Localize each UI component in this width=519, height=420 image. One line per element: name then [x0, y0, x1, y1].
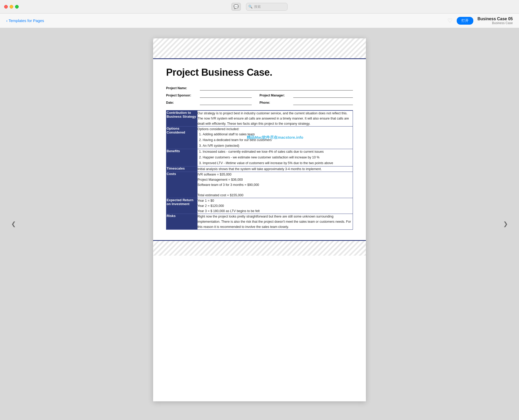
list-item: Adding additional staff to sales team	[203, 132, 353, 137]
toolbar-left: ‹ Templates for Pages	[6, 18, 44, 23]
back-button[interactable]: ‹ Templates for Pages	[6, 18, 44, 23]
row-content-options: Options considered included: Adding addi…	[197, 127, 353, 149]
row-header-options: Options Considered	[166, 127, 197, 149]
row-content-contribution: Our strategy is to project best in indus…	[197, 110, 353, 127]
template-title: Business Case 05	[477, 17, 513, 21]
back-label: Templates for Pages	[9, 18, 44, 23]
search-icon: 🔍	[248, 5, 252, 9]
favorite-icon[interactable]: ♡	[447, 17, 453, 24]
phone-label: Phone:	[260, 101, 291, 104]
main-area: ❮ Project Business Case. Project Name: P…	[0, 28, 519, 420]
open-button[interactable]: 打开	[457, 17, 473, 25]
chevron-left-icon: ‹	[6, 18, 8, 23]
table-row: Timescales Initial analysis shows that t…	[166, 166, 353, 172]
comment-icon: 💬	[234, 4, 239, 9]
chevron-right-icon: ❯	[503, 221, 508, 227]
project-name-label: Project Name:	[166, 86, 197, 90]
project-sponsor-row: Project Sponsor: Project Manager:	[166, 93, 353, 98]
titlebar-center: 💬 🔍 搜索	[231, 3, 288, 11]
table-row: Benefits Increased sales - currently est…	[166, 149, 353, 166]
project-fields: Project Name: Project Sponsor: Project M…	[166, 86, 353, 105]
cost-line-1: IVR software = $35,000	[197, 172, 353, 177]
cost-line-3: Software team of 3 for 3 months = $90,00…	[197, 182, 353, 187]
toolbar: ‹ Templates for Pages ♡ 打开 Business Case…	[0, 13, 519, 28]
template-info: Business Case 05 Business Case	[477, 17, 513, 25]
table-row: Contribution to Business Strategy Our st…	[166, 110, 353, 127]
template-subtitle: Business Case	[492, 21, 513, 25]
table-row: Risks Right now the project looks pretty…	[166, 214, 353, 230]
row-header-contribution: Contribution to Business Strategy	[166, 110, 197, 127]
list-item: Having a dedicated team for our best cus…	[203, 137, 353, 143]
document-page: Project Business Case. Project Name: Pro…	[153, 38, 366, 401]
document-title: Project Business Case.	[166, 67, 353, 78]
business-table: Contribution to Business Strategy Our st…	[166, 110, 353, 230]
search-placeholder: 搜索	[254, 4, 261, 9]
list-item: Increased sales - currently estimated we…	[203, 149, 353, 154]
close-button[interactable]	[4, 5, 8, 9]
roi-line-3: Year 3 = $ 180,000 as LTV begins to be f…	[197, 208, 353, 214]
roi-line-1: Year 1 = $0	[197, 198, 353, 203]
date-field[interactable]	[200, 100, 252, 105]
cost-line-total: Total estimated cost = $155,000	[197, 193, 353, 198]
next-button[interactable]: ❯	[500, 218, 511, 230]
row-header-costs: Costs	[166, 172, 197, 198]
table-row: Options Considered Options considered in…	[166, 127, 353, 149]
minimize-button[interactable]	[10, 5, 13, 9]
row-header-risks: Risks	[166, 214, 197, 230]
list-item: Happier customers - we estimate new cust…	[203, 155, 353, 160]
traffic-lights	[4, 5, 19, 9]
search-box[interactable]: 🔍 搜索	[246, 3, 288, 11]
stripe-header	[153, 38, 366, 59]
list-item: An IVR system (selected)	[203, 143, 353, 148]
row-header-roi: Expected Return on Investment	[166, 198, 197, 214]
row-content-risks: Right now the project looks pretty strai…	[197, 214, 353, 230]
list-item: Improved LTV - lifetime value of custome…	[203, 160, 353, 166]
project-manager-label: Project Manager:	[260, 94, 291, 97]
doc-content: Project Business Case. Project Name: Pro…	[153, 59, 366, 240]
comment-button[interactable]: 💬	[231, 3, 241, 11]
project-name-row: Project Name:	[166, 86, 353, 90]
titlebar: 💬 🔍 搜索	[0, 0, 519, 13]
table-row: Expected Return on Investment Year 1 = $…	[166, 198, 353, 214]
project-name-field[interactable]	[200, 86, 353, 90]
date-phone-row: Date: Phone:	[166, 100, 353, 105]
table-row: Costs IVR software = $35,000 Project Man…	[166, 172, 353, 198]
chevron-left-icon: ❮	[11, 221, 16, 227]
row-header-timescales: Timescales	[166, 166, 197, 172]
row-content-costs: IVR software = $35,000 Project Managemen…	[197, 172, 353, 198]
phone-field[interactable]	[293, 100, 353, 105]
row-content-roi: Year 1 = $0 Year 2 = $120,000 Year 3 = $…	[197, 198, 353, 214]
date-label: Date:	[166, 101, 197, 104]
prev-button[interactable]: ❮	[8, 218, 19, 230]
maximize-button[interactable]	[15, 5, 19, 9]
stripe-footer	[153, 240, 366, 256]
roi-line-2: Year 2 = $120,000	[197, 203, 353, 208]
titlebar-left	[4, 5, 19, 9]
row-content-benefits: Increased sales - currently estimated we…	[197, 149, 353, 166]
cost-line-2: Project Management = $36,000	[197, 177, 353, 182]
row-header-benefits: Benefits	[166, 149, 197, 166]
row-content-timescales: Initial analysis shows that the system w…	[197, 166, 353, 172]
project-sponsor-field[interactable]	[200, 93, 252, 98]
project-sponsor-label: Project Sponsor:	[166, 94, 197, 97]
project-manager-field[interactable]	[293, 93, 353, 98]
